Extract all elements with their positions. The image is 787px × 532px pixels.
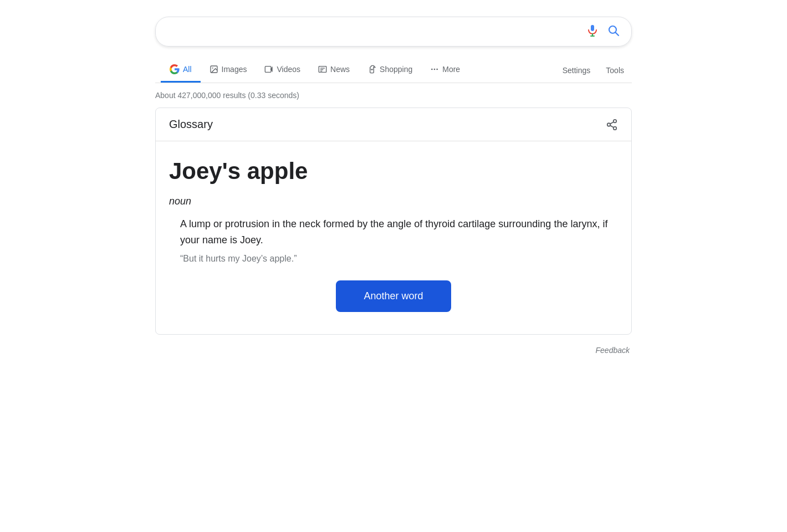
glossary-header: Glossary (156, 108, 631, 141)
tab-more[interactable]: More (421, 58, 469, 82)
svg-line-20 (610, 121, 614, 124)
tab-shopping-label: Shopping (380, 65, 412, 74)
share-icon[interactable] (606, 119, 618, 131)
tab-all[interactable]: All (161, 58, 201, 83)
glossary-card: Glossary Joey's apple noun A lump or pro… (155, 108, 632, 335)
tab-more-label: More (442, 65, 460, 74)
glossary-body: Joey's apple noun A lump or protrusion i… (156, 141, 631, 334)
search-bar: friends glossary (155, 17, 632, 47)
nav-tabs: All Images Videos (155, 58, 632, 83)
feedback-row: Feedback (155, 346, 632, 355)
mic-icon[interactable] (586, 24, 599, 39)
search-input[interactable]: friends glossary (167, 26, 586, 38)
word-example: “But it hurts my Joey’s apple.” (180, 254, 618, 264)
another-word-btn-container: Another word (169, 280, 618, 312)
tab-news-label: News (330, 65, 350, 74)
more-dots-icon (430, 65, 439, 74)
svg-point-14 (434, 69, 436, 70)
results-count: About 427,000,000 results (0.33 seconds) (155, 83, 632, 108)
tab-videos[interactable]: Videos (255, 58, 309, 82)
word-definition: A lump or protrusion in the neck formed … (180, 216, 618, 248)
settings-link[interactable]: Settings (555, 59, 599, 81)
word-part-of-speech: noun (169, 196, 618, 207)
svg-rect-0 (591, 25, 594, 31)
tab-shopping[interactable]: Shopping (359, 58, 421, 82)
glossary-section-title: Glossary (169, 118, 213, 131)
word-title: Joey's apple (169, 158, 618, 185)
another-word-button[interactable]: Another word (336, 280, 451, 312)
svg-point-13 (431, 69, 433, 70)
search-submit-icon[interactable] (607, 24, 620, 39)
svg-line-19 (610, 125, 614, 127)
all-icon (170, 64, 180, 74)
news-icon (318, 65, 327, 74)
tools-link[interactable]: Tools (598, 59, 632, 81)
shopping-icon (367, 65, 376, 74)
svg-line-4 (616, 33, 619, 36)
tab-news[interactable]: News (309, 58, 359, 82)
svg-point-6 (212, 68, 213, 69)
svg-point-15 (437, 69, 438, 70)
svg-rect-7 (265, 66, 272, 73)
results-count-text: About 427,000,000 results (0.33 seconds) (155, 91, 299, 100)
tab-all-label: All (183, 65, 192, 74)
videos-icon (264, 65, 273, 74)
svg-point-18 (614, 126, 617, 130)
tab-images-label: Images (222, 65, 247, 74)
svg-point-16 (614, 119, 617, 122)
svg-point-17 (607, 123, 611, 126)
images-icon (209, 65, 218, 74)
tab-images[interactable]: Images (201, 58, 256, 82)
feedback-link[interactable]: Feedback (596, 346, 630, 355)
tab-videos-label: Videos (277, 65, 300, 74)
